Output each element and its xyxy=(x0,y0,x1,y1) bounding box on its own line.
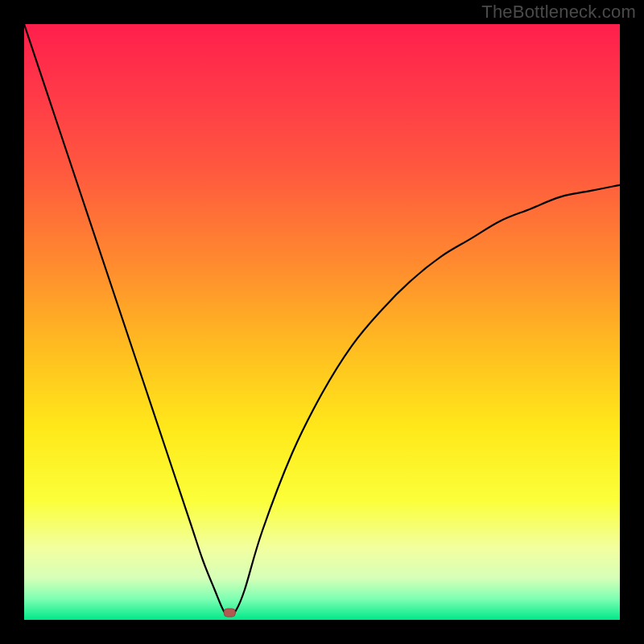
plot-svg xyxy=(24,24,620,620)
plot-area xyxy=(24,24,620,620)
chart-frame: TheBottleneck.com xyxy=(0,0,644,644)
optimum-marker xyxy=(224,609,235,617)
gradient-background xyxy=(24,24,620,620)
watermark-text: TheBottleneck.com xyxy=(481,2,636,23)
